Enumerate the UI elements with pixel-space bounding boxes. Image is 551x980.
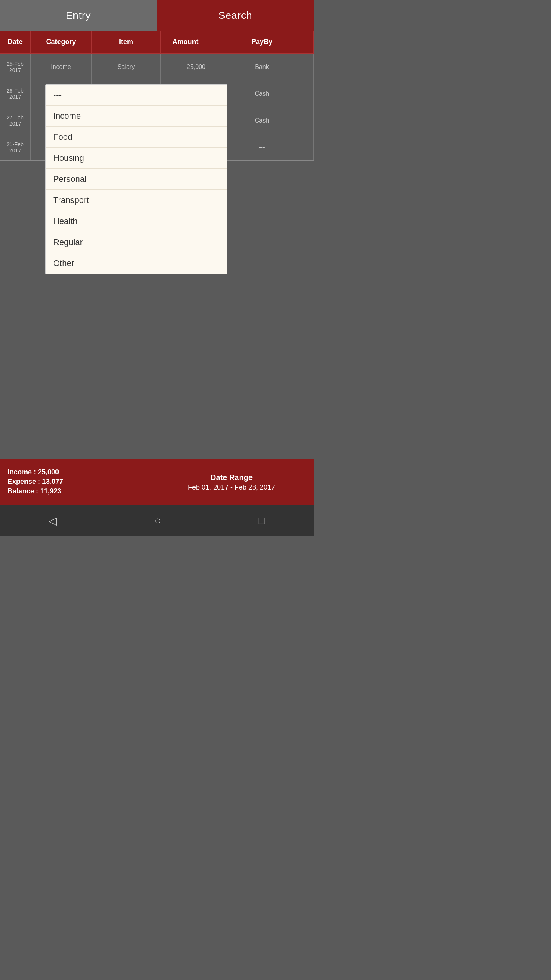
dropdown-item-food[interactable]: Food — [46, 127, 227, 148]
recents-icon[interactable]: □ — [259, 514, 265, 527]
tab-search-label: Search — [218, 10, 252, 21]
dropdown-item-personal[interactable]: Personal — [46, 169, 227, 190]
col-header-payby: PayBy — [210, 31, 314, 54]
back-icon[interactable]: ◁ — [49, 514, 57, 527]
expense-status: Expense : 13,077 — [8, 478, 157, 486]
tab-search[interactable]: Search — [157, 0, 314, 31]
cell-category: Income — [31, 54, 92, 80]
status-right: Date Range Feb 01, 2017 - Feb 28, 2017 — [157, 473, 306, 492]
table-row[interactable]: 25-Feb 2017 Income Salary 25,000 Bank — [0, 54, 314, 80]
dropdown-item-housing[interactable]: Housing — [46, 148, 227, 169]
dropdown-item-health[interactable]: Health — [46, 211, 227, 232]
cell-date: 26-Feb 2017 — [0, 80, 31, 107]
dropdown-item-other[interactable]: Other — [46, 253, 227, 274]
col-header-amount: Amount — [161, 31, 210, 54]
cell-item: Salary — [92, 54, 161, 80]
balance-status: Balance : 11,923 — [8, 487, 157, 495]
income-status: Income : 25,000 — [8, 468, 157, 476]
tab-bar: Entry Search — [0, 0, 314, 31]
col-header-category: Category — [31, 31, 92, 54]
dropdown-item-regular[interactable]: Regular — [46, 232, 227, 253]
status-bar: Income : 25,000 Expense : 13,077 Balance… — [0, 459, 314, 505]
cell-date: 25-Feb 2017 — [0, 54, 31, 80]
date-range-label: Date Range — [157, 473, 306, 482]
cell-date: 21-Feb 2017 — [0, 134, 31, 160]
dropdown-item-separator[interactable]: --- — [46, 85, 227, 106]
status-left: Income : 25,000 Expense : 13,077 Balance… — [8, 468, 157, 497]
dropdown-item-income[interactable]: Income — [46, 106, 227, 127]
tab-entry-label: Entry — [66, 10, 91, 21]
nav-bar: ◁ ○ □ — [0, 505, 314, 536]
col-header-date: Date — [0, 31, 31, 54]
date-range-value: Feb 01, 2017 - Feb 28, 2017 — [157, 483, 306, 492]
cell-date: 27-Feb 2017 — [0, 107, 31, 134]
cell-payby: Bank — [210, 54, 314, 80]
home-icon[interactable]: ○ — [155, 514, 161, 527]
category-dropdown[interactable]: ---IncomeFoodHousingPersonalTransportHea… — [45, 84, 227, 274]
col-header-item: Item — [92, 31, 161, 54]
dropdown-item-transport[interactable]: Transport — [46, 190, 227, 211]
cell-amount: 25,000 — [161, 54, 210, 80]
tab-entry[interactable]: Entry — [0, 0, 157, 31]
table-header: Date Category Item Amount PayBy — [0, 31, 314, 54]
